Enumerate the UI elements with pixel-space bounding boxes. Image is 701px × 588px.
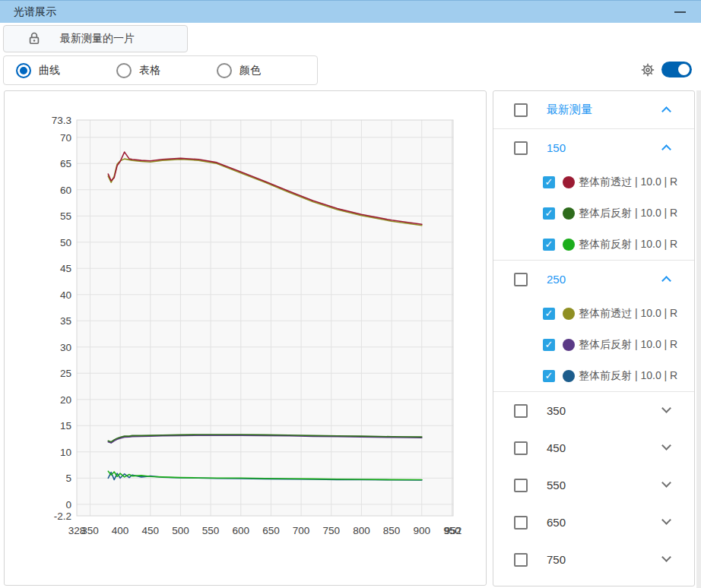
series-item-label: 整体前反射 | 10.0 | R — [579, 238, 677, 251]
checkbox-unchecked[interactable] — [514, 479, 528, 492]
radio-unselected-icon[interactable] — [116, 63, 132, 78]
checkbox-unchecked[interactable] — [514, 141, 528, 155]
measurement-sidebar: 最新测量150✓整体前透过 | 10.0 | R✓整体后反射 | 10.0 | … — [493, 90, 695, 586]
y-tick-label: 30 — [60, 342, 71, 353]
chevron-down-icon[interactable] — [661, 441, 671, 450]
checkbox-checked[interactable]: ✓ — [543, 308, 555, 320]
checkbox-unchecked[interactable] — [514, 103, 528, 117]
y-tick-label: 40 — [60, 289, 71, 301]
x-tick-label: 750 — [322, 525, 340, 536]
series-item-row[interactable]: ✓整体后反射 | 10.0 | R — [493, 198, 694, 229]
series-color-dot — [563, 239, 575, 251]
radio-option-label: 表格 — [139, 64, 160, 77]
x-tick-label: 850 — [383, 525, 401, 536]
checkbox-unchecked[interactable] — [514, 273, 528, 286]
minimize-button[interactable] — [665, 1, 695, 24]
group-row-250[interactable]: 250 — [493, 261, 694, 298]
radio-option-2[interactable]: 颜色 — [217, 63, 317, 78]
display-toggle[interactable] — [661, 62, 692, 77]
minimize-icon — [674, 11, 686, 13]
y-tick-label: 73.3 — [52, 115, 71, 126]
group-label: 650 — [547, 516, 566, 529]
chevron-up-icon[interactable] — [661, 144, 671, 154]
group-label: 150 — [547, 141, 566, 154]
plot-area — [77, 120, 453, 516]
group-row-650[interactable]: 650 — [493, 504, 694, 541]
checkbox-unchecked[interactable] — [514, 553, 528, 567]
view-mode-radio-group: 曲线表格颜色 — [3, 55, 318, 85]
x-tick-label: 400 — [112, 525, 129, 536]
lock-icon — [27, 31, 42, 46]
checkbox-checked[interactable]: ✓ — [543, 339, 555, 351]
radio-option-1[interactable]: 表格 — [116, 63, 217, 78]
group-row-350[interactable]: 350 — [493, 392, 694, 429]
series-item-row[interactable]: ✓整体前透过 | 10.0 | R — [493, 166, 694, 198]
chart-card: 051015202530354045505560657073.3-2.23504… — [4, 90, 487, 586]
series-item-row[interactable]: ✓整体前透过 | 10.0 | R — [493, 298, 694, 329]
y-tick-label: 25 — [60, 368, 71, 379]
y-tick-label: 55 — [60, 210, 71, 222]
series-item-row[interactable]: ✓整体前反射 | 10.0 | R — [493, 360, 694, 391]
series-color-dot — [563, 308, 575, 320]
x-tick-label: 952 — [445, 525, 462, 536]
y-tick-label: 65 — [60, 158, 71, 169]
settings-gear-icon[interactable] — [640, 62, 655, 77]
y-tick-label: 50 — [60, 237, 71, 248]
chevron-down-icon[interactable] — [661, 515, 671, 525]
chevron-down-icon[interactable] — [661, 403, 671, 413]
series-color-dot — [563, 339, 575, 351]
sample-tab-label: 最新测量的一片 — [60, 32, 135, 46]
x-tick-label: 450 — [142, 525, 160, 536]
y-tick-label: -2.2 — [54, 511, 71, 522]
series-color-dot — [563, 370, 575, 382]
radio-option-0[interactable]: 曲线 — [16, 63, 116, 78]
series-item-label: 整体前反射 | 10.0 | R — [579, 369, 677, 383]
group-label: 250 — [547, 273, 566, 286]
group-label: 450 — [547, 441, 566, 454]
x-tick-label: 700 — [293, 525, 310, 536]
series-color-dot — [563, 176, 575, 188]
radio-option-label: 颜色 — [239, 64, 261, 77]
series-item-label: 整体后反射 | 10.0 | R — [579, 338, 677, 352]
checkbox-checked[interactable]: ✓ — [543, 207, 555, 220]
x-tick-label: 800 — [353, 525, 370, 536]
title-bar: 光谱展示 — [0, 0, 701, 23]
chevron-down-icon[interactable] — [661, 478, 671, 488]
sidebar-scrollbar[interactable] — [696, 90, 701, 588]
series-item-label: 整体前透过 | 10.0 | R — [579, 175, 677, 189]
group-row-最新测量[interactable]: 最新测量 — [493, 91, 694, 128]
series-item-row[interactable]: ✓整体后反射 | 10.0 | R — [493, 329, 694, 360]
series-item-label: 整体后反射 | 10.0 | R — [579, 207, 677, 220]
group-label: 350 — [547, 404, 566, 417]
y-tick-label: 15 — [60, 420, 71, 432]
y-tick-label: 20 — [60, 394, 71, 406]
group-row-550[interactable]: 550 — [493, 466, 694, 504]
spectral-chart: 051015202530354045505560657073.3-2.23504… — [5, 91, 486, 585]
y-tick-label: 35 — [60, 315, 71, 327]
group-row-750[interactable]: 750 — [493, 541, 694, 578]
y-tick-label: 45 — [60, 263, 71, 274]
checkbox-unchecked[interactable] — [514, 516, 528, 530]
y-tick-label: 0 — [65, 499, 71, 511]
chevron-up-icon[interactable] — [661, 106, 671, 116]
radio-selected-icon[interactable] — [16, 63, 31, 78]
y-tick-label: 10 — [60, 447, 71, 458]
checkbox-checked[interactable]: ✓ — [543, 370, 555, 382]
series-color-dot — [563, 207, 575, 220]
group-row-450[interactable]: 450 — [493, 429, 694, 466]
radio-unselected-icon[interactable] — [217, 63, 232, 78]
sample-tab[interactable]: 最新测量的一片 — [3, 25, 188, 52]
x-tick-label: 600 — [233, 525, 250, 536]
checkbox-checked[interactable]: ✓ — [543, 176, 555, 188]
checkbox-unchecked[interactable] — [514, 404, 528, 418]
chevron-up-icon[interactable] — [661, 276, 671, 286]
x-tick-label: 900 — [413, 525, 430, 536]
checkbox-checked[interactable]: ✓ — [543, 239, 555, 251]
group-row-150[interactable]: 150 — [493, 129, 694, 166]
chevron-down-icon[interactable] — [661, 552, 671, 562]
x-tick-label: 650 — [262, 525, 280, 536]
checkbox-unchecked[interactable] — [514, 441, 528, 455]
spectrum-display-window: { "window": { "title": "光谱展示" }, "header… — [0, 0, 701, 588]
x-tick-label: 328 — [68, 525, 86, 536]
series-item-row[interactable]: ✓整体前反射 | 10.0 | R — [493, 229, 694, 260]
